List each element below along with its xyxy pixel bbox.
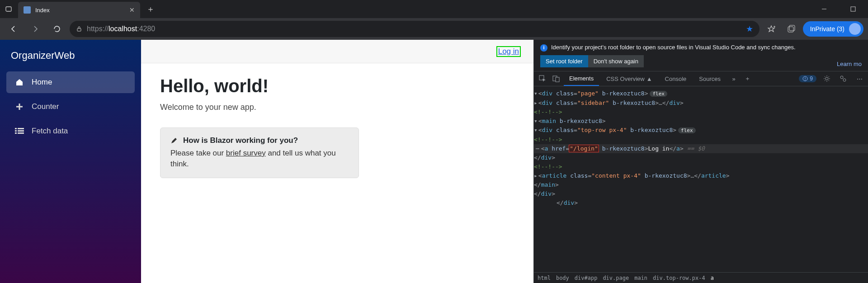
sidebar-item-label: Counter [32, 102, 59, 111]
plus-icon [14, 103, 24, 111]
svg-point-21 [805, 80, 806, 80]
learn-more-link[interactable]: Learn mo [837, 61, 862, 67]
minimize-button[interactable] [814, 0, 835, 18]
collections-icon[interactable] [783, 21, 799, 37]
lock-icon [76, 26, 82, 32]
inprivate-badge[interactable]: InPrivate (3) [803, 21, 863, 37]
devtools-panel: i Identify your project's root folder to… [533, 40, 868, 283]
login-link[interactable]: Log in [496, 46, 521, 57]
page-heading: Hello, world! [160, 76, 514, 96]
devtools-infobar: i Identify your project's root folder to… [534, 40, 868, 67]
svg-rect-13 [18, 130, 24, 132]
sidebar-item-home[interactable]: Home [6, 71, 135, 93]
favorite-star-icon[interactable]: ★ [746, 24, 753, 34]
sidebar-item-fetchdata[interactable]: Fetch data [6, 120, 135, 142]
svg-rect-0 [6, 7, 11, 11]
survey-alert: How is Blazor working for you? Please ta… [160, 127, 359, 178]
browser-tab-active[interactable]: Index ✕ [18, 2, 140, 18]
settings-icon[interactable] [821, 73, 833, 85]
reload-button[interactable] [48, 20, 66, 38]
svg-rect-6 [788, 27, 793, 32]
tab-elements[interactable]: Elements [564, 71, 599, 86]
infobar-message: Identify your project's root folder to o… [551, 43, 862, 52]
more-icon[interactable]: ⋯ [854, 73, 865, 85]
maximize-button[interactable] [843, 0, 863, 18]
new-tab-icon[interactable]: ＋ [741, 73, 753, 85]
forward-button[interactable] [26, 20, 44, 38]
svg-point-22 [826, 77, 828, 80]
svg-rect-11 [18, 128, 24, 129]
dom-tree[interactable]: ▾<div class="page" b-rkexoztuc8>flex ▸<d… [534, 86, 868, 272]
list-icon [14, 127, 24, 135]
activity-icon[interactable] [837, 73, 849, 85]
favicon-icon [24, 6, 31, 14]
tab-actions-icon[interactable] [0, 5, 18, 13]
svg-rect-12 [15, 130, 17, 132]
close-tab-icon[interactable]: ✕ [129, 6, 135, 14]
set-root-button[interactable]: Set root folder [540, 55, 588, 67]
new-tab-button[interactable]: ＋ [143, 1, 158, 17]
tab-sources[interactable]: Sources [693, 71, 726, 86]
back-button[interactable] [5, 20, 23, 38]
home-icon [14, 78, 24, 87]
svg-rect-2 [851, 7, 855, 11]
inprivate-label: InPrivate (3) [810, 25, 844, 33]
tab-css-overview[interactable]: CSS Overview ▲ [601, 71, 657, 86]
sidebar-item-counter[interactable]: Counter [6, 96, 135, 118]
top-row: Log in [141, 40, 533, 63]
browser-titlebar: Index ✕ ＋ [0, 0, 868, 18]
tab-console[interactable]: Console [660, 71, 692, 86]
alert-body: Please take our brief survey and tell us… [170, 148, 349, 170]
svg-rect-15 [18, 132, 24, 134]
sidebar-item-label: Home [32, 78, 52, 87]
avatar-icon [849, 23, 861, 35]
dont-show-button[interactable]: Don't show again [588, 55, 644, 67]
sidebar-item-label: Fetch data [32, 127, 68, 136]
svg-rect-14 [15, 132, 17, 134]
svg-rect-10 [15, 128, 17, 129]
svg-point-23 [840, 76, 843, 79]
more-tabs-icon[interactable]: » [728, 73, 740, 85]
svg-rect-7 [789, 25, 795, 31]
dom-breadcrumbs[interactable]: html body div#app div.page main div.top-… [534, 272, 868, 283]
favorites-icon[interactable] [763, 21, 779, 37]
app-sidebar: OrganizerWeb Home Counter Fetch data [0, 40, 141, 283]
article-content: Hello, world! Welcome to your new app. H… [141, 63, 533, 191]
pencil-icon [170, 137, 178, 144]
page-lead: Welcome to your new app. [160, 103, 514, 112]
svg-rect-3 [77, 28, 81, 31]
devtools-tabs: Elements CSS Overview ▲ Console Sources … [534, 71, 868, 86]
browser-toolbar: https://localhost:4280 ★ InPrivate (3) [0, 18, 868, 40]
device-icon[interactable] [550, 73, 562, 85]
info-icon: i [540, 44, 547, 52]
address-bar[interactable]: https://localhost:4280 ★ [70, 21, 760, 37]
alert-title: How is Blazor working for you? [170, 136, 349, 145]
inspect-icon[interactable] [537, 73, 548, 85]
url-text: https://localhost:4280 [87, 25, 155, 33]
svg-point-24 [843, 79, 846, 81]
svg-rect-18 [556, 77, 559, 82]
app-main: Log in Hello, world! Welcome to your new… [141, 40, 533, 283]
app-brand: OrganizerWeb [0, 43, 141, 71]
tab-title: Index [35, 7, 125, 14]
issues-badge[interactable]: 9 [799, 75, 816, 82]
survey-link[interactable]: brief survey [226, 149, 266, 157]
